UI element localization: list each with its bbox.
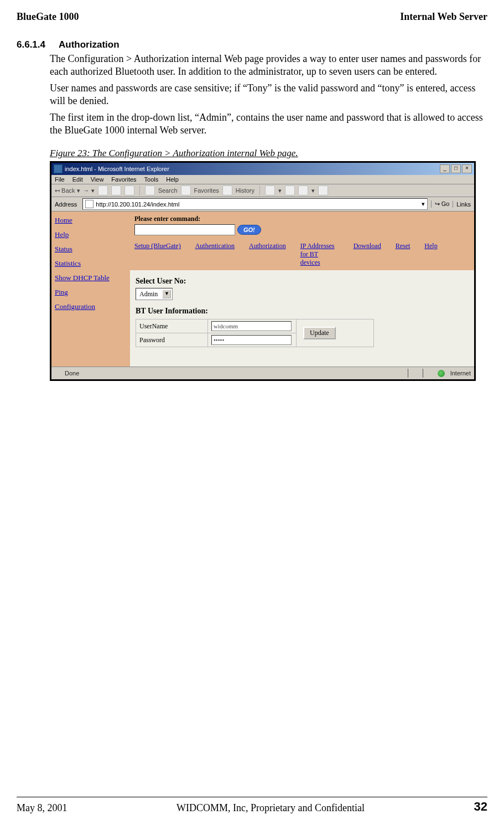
minimize-button[interactable]: _: [440, 164, 450, 173]
command-input[interactable]: [134, 224, 235, 235]
update-button[interactable]: Update: [303, 327, 336, 339]
sidebar-status[interactable]: Status: [55, 245, 127, 254]
menu-view[interactable]: View: [91, 176, 104, 183]
menu-file[interactable]: File: [55, 176, 65, 183]
menu-tools[interactable]: Tools: [144, 176, 159, 183]
sidebar-statistics[interactable]: Statistics: [55, 259, 127, 268]
sidebar-dhcp[interactable]: Show DHCP Table: [55, 274, 127, 282]
section-title: Authorization: [59, 39, 119, 50]
search-icon[interactable]: [145, 185, 155, 195]
link-ip-addresses[interactable]: IP Addresses for BT devices: [300, 242, 339, 267]
toolbar-back[interactable]: Back: [61, 187, 75, 194]
link-download[interactable]: Download: [354, 242, 381, 250]
link-setup[interactable]: Setup (BlueGate): [134, 242, 181, 250]
link-help[interactable]: Help: [424, 242, 437, 250]
section-number: 6.6.1.4: [17, 39, 45, 50]
chevron-down-icon: ▼: [162, 290, 171, 298]
internet-zone-icon: [438, 370, 445, 377]
window-title: index.html - Microsoft Internet Explorer: [65, 166, 169, 172]
home-icon[interactable]: [124, 185, 134, 195]
figure-screenshot: index.html - Microsoft Internet Explorer…: [50, 161, 476, 381]
close-button[interactable]: ×: [462, 164, 472, 173]
maximize-button[interactable]: □: [451, 164, 461, 173]
username-label: UserName: [136, 319, 208, 333]
sidebar-configuration[interactable]: Configuration: [55, 302, 127, 311]
toolbar-history[interactable]: History: [236, 187, 254, 194]
favorites-icon[interactable]: [181, 185, 191, 195]
select-user-label: Select User No:: [136, 277, 469, 286]
footer-date: May 8, 2001: [17, 802, 67, 814]
doc-header-right: Internal Web Server: [400, 11, 487, 23]
select-user-dropdown[interactable]: Admin ▼: [136, 288, 173, 300]
links-label[interactable]: Links: [453, 201, 471, 208]
status-text: Done: [65, 370, 79, 377]
toolbar-forward[interactable]: → ▾: [84, 187, 95, 194]
footer-center: WIDCOMM, Inc, Proprietary and Confidenti…: [176, 802, 365, 814]
command-label: Please enter command:: [134, 215, 470, 223]
status-zone: Internet: [450, 370, 471, 377]
paragraph-1: The Configuration > Authorization intern…: [50, 53, 487, 79]
page-icon: [85, 200, 93, 208]
edit-icon[interactable]: [298, 185, 308, 195]
address-label: Address: [55, 201, 77, 208]
toolbar-favorites[interactable]: Favorites: [194, 187, 219, 194]
sidebar-ping[interactable]: Ping: [55, 288, 127, 297]
refresh-icon[interactable]: [111, 185, 121, 195]
link-reset[interactable]: Reset: [396, 242, 411, 250]
toolbar-search[interactable]: Search: [158, 187, 178, 194]
mail-icon[interactable]: [265, 185, 275, 195]
password-label: Password: [136, 333, 208, 347]
print-icon[interactable]: [285, 185, 295, 195]
sidebar-help[interactable]: Help: [55, 230, 127, 239]
sidebar-home[interactable]: Home: [55, 216, 127, 225]
paragraph-3: The first item in the drop-down list, “A…: [50, 111, 487, 137]
stop-icon[interactable]: [98, 185, 108, 195]
select-user-value: Admin: [139, 290, 158, 298]
menu-favorites[interactable]: Favorites: [111, 176, 136, 183]
ie-icon: [54, 164, 63, 173]
discuss-icon[interactable]: [318, 185, 328, 195]
link-authentication[interactable]: Authentication: [195, 242, 235, 250]
figure-caption: Figure 23: The Configuration > Authoriza…: [50, 148, 487, 159]
page-icon: [55, 370, 61, 377]
command-go-button[interactable]: GO!: [237, 225, 261, 235]
history-icon[interactable]: [222, 185, 232, 195]
menu-edit[interactable]: Edit: [72, 176, 83, 183]
username-input[interactable]: widcomm: [211, 321, 292, 331]
link-authorization[interactable]: Authorization: [249, 242, 286, 250]
paragraph-2: User names and passwords are case sensit…: [50, 82, 487, 108]
bt-user-info-label: BT User Information:: [136, 307, 469, 316]
doc-header-left: BlueGate 1000: [17, 11, 79, 23]
address-field[interactable]: http://10.200.101.24/index.html ▾: [82, 198, 427, 210]
address-value: http://10.200.101.24/index.html: [96, 201, 179, 208]
password-input[interactable]: •••••: [211, 335, 292, 345]
menu-help[interactable]: Help: [166, 176, 179, 183]
go-button[interactable]: ↪ Go: [431, 200, 450, 208]
page-number: 32: [474, 800, 487, 814]
